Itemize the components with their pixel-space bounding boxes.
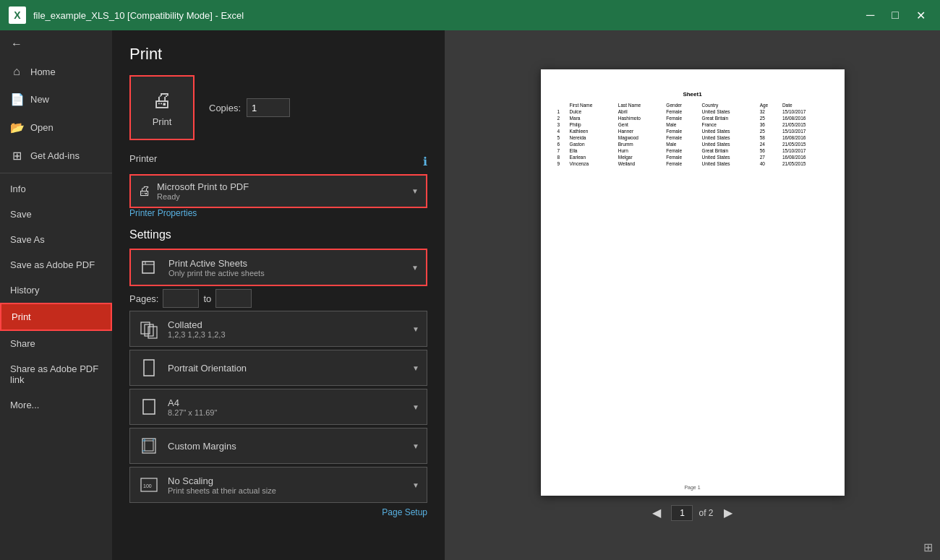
svg-rect-0 (142, 262, 154, 273)
setting-paper[interactable]: A4 8.27" x 11.69" ▼ (129, 389, 427, 425)
printer-select-box[interactable]: 🖨 Microsoft Print to PDF Ready ▼ (131, 176, 426, 207)
sidebar-label-addins: Get Add-ins (30, 150, 80, 161)
table-cell: 21/05/2015 (780, 121, 830, 128)
setting-print-sheets[interactable]: Print Active Sheets Only print the activ… (129, 249, 427, 286)
table-cell: 15/10/2017 (780, 147, 830, 154)
titlebar: X file_example_XLS_10 [Compatibility Mod… (0, 0, 940, 30)
svg-rect-6 (144, 360, 154, 376)
sidebar-item-more[interactable]: More... (0, 392, 112, 418)
col-header-4: Country (700, 102, 758, 108)
svg-rect-4 (145, 324, 153, 336)
sidebar-item-save[interactable]: Save (0, 202, 112, 227)
window-title: file_example_XLS_10 [Compatibility Mode]… (33, 10, 860, 21)
sidebar-item-open[interactable]: 📂 Open (0, 113, 112, 142)
table-cell: Abril (616, 108, 665, 115)
page-setup-link[interactable]: Page Setup (129, 507, 427, 517)
printer-properties-link[interactable]: Printer Properties (129, 208, 427, 218)
table-cell: Hurn (616, 147, 665, 154)
svg-rect-9 (145, 441, 153, 451)
sidebar-item-save-adobe[interactable]: Save as Adobe PDF (0, 252, 112, 277)
open-icon: 📂 (10, 121, 23, 134)
margins-text: Custom Margins (168, 441, 405, 452)
sidebar-label-share: Share (10, 338, 35, 349)
scaling-main: No Scaling (168, 475, 405, 486)
table-cell: 27 (758, 154, 780, 160)
printer-select-wrapper[interactable]: 🖨 Microsoft Print to PDF Ready ▼ (129, 174, 427, 208)
sidebar-item-print[interactable]: Print (0, 303, 112, 331)
minimize-button[interactable]: ─ (860, 7, 880, 24)
window-controls[interactable]: ─ □ ✕ (860, 7, 931, 24)
orientation-text: Portrait Orientation (168, 363, 405, 374)
setting-margins[interactable]: Custom Margins ▼ (129, 428, 427, 464)
col-header-5: Age (758, 102, 780, 108)
table-cell: 24 (758, 141, 780, 147)
sidebar-item-new[interactable]: 📄 New (0, 85, 112, 113)
sidebar-item-back[interactable]: ← (0, 30, 112, 58)
sidebar-item-history[interactable]: History (0, 277, 112, 303)
table-cell: Gent (616, 121, 665, 128)
table-cell: Brumm (616, 141, 665, 147)
col-header-0 (555, 102, 568, 108)
col-header-6: Date (780, 102, 830, 108)
table-cell: Weiland (616, 160, 665, 167)
table-cell: 6 (555, 141, 568, 147)
preview-area: Sheet1 First Name Last Name Gender Count… (445, 30, 940, 560)
table-cell: Ella (568, 147, 616, 154)
sidebar-item-saveas[interactable]: Save As (0, 227, 112, 252)
table-cell: 56 (758, 147, 780, 154)
sidebar-label-saveas: Save As (10, 234, 45, 245)
table-cell: 32 (758, 108, 780, 115)
setting-scaling[interactable]: 100 No Scaling Print sheets at their act… (129, 467, 427, 503)
prev-page-button[interactable]: ◀ (648, 504, 665, 521)
pages-to-input[interactable] (215, 289, 252, 308)
sidebar-label-history: History (10, 285, 39, 296)
sidebar-label-print: Print (12, 311, 31, 322)
table-cell: 1 (555, 108, 568, 115)
setting-collated[interactable]: Collated 1,2,3 1,2,3 1,2,3 ▼ (129, 311, 427, 347)
sidebar: ← ⌂ Home 📄 New 📂 Open ⊞ Get Add-ins Info… (0, 30, 112, 560)
fit-page-icon[interactable]: ⊞ (923, 540, 933, 554)
sidebar-label-info: Info (10, 184, 26, 194)
sidebar-item-home[interactable]: ⌂ Home (0, 58, 112, 85)
margins-arrow: ▼ (412, 442, 419, 450)
collated-sub: 1,2,3 1,2,3 1,2,3 (168, 330, 405, 339)
table-row: 1DulceAbrilFemaleUnited States3215/10/20… (555, 108, 830, 115)
pages-row: Pages: to (129, 289, 427, 308)
sidebar-item-share-adobe[interactable]: Share as Adobe PDF link (0, 356, 112, 392)
table-cell: 58 (758, 134, 780, 141)
addins-icon: ⊞ (10, 149, 23, 163)
print-settings-panel: Print 🖨 Print Copies: Printer (112, 30, 445, 560)
orientation-arrow: ▼ (412, 364, 419, 372)
setting-orientation[interactable]: Portrait Orientation ▼ (129, 350, 427, 386)
printer-section-title: Printer (129, 153, 157, 164)
new-icon: 📄 (10, 92, 23, 106)
copies-input[interactable] (247, 98, 290, 117)
printer-info-icon[interactable]: ℹ (423, 155, 427, 168)
table-cell: Female (664, 128, 699, 134)
sidebar-item-addins[interactable]: ⊞ Get Add-ins (0, 142, 112, 170)
sidebar-item-info[interactable]: Info (0, 176, 112, 202)
table-cell: Hashimoto (616, 115, 665, 121)
pages-from-input[interactable] (163, 289, 199, 308)
table-cell: 2 (555, 115, 568, 121)
next-page-button[interactable]: ▶ (719, 504, 737, 521)
print-title: Print (129, 45, 427, 64)
sidebar-divider (0, 173, 112, 173)
orientation-icon (137, 356, 161, 379)
sidebar-item-share[interactable]: Share (0, 331, 112, 356)
close-button[interactable]: ✕ (910, 7, 931, 24)
page-number-input[interactable] (671, 505, 693, 521)
collated-icon (137, 317, 161, 340)
table-cell: 16/08/2016 (780, 134, 830, 141)
table-cell: 8 (555, 154, 568, 160)
table-cell: Female (664, 160, 699, 167)
collated-main: Collated (168, 319, 405, 330)
main-content: Print 🖨 Print Copies: Printer (112, 30, 940, 560)
table-cell: Female (664, 115, 699, 121)
margins-main: Custom Margins (168, 441, 405, 452)
print-button-area: 🖨 Print Copies: (129, 75, 427, 140)
print-big-button[interactable]: 🖨 Print (129, 75, 195, 140)
table-row: 9VincenzaWeilandFemaleUnited States4021/… (555, 160, 830, 167)
maximize-button[interactable]: □ (886, 7, 905, 24)
preview-table: First Name Last Name Gender Country Age … (555, 102, 830, 167)
